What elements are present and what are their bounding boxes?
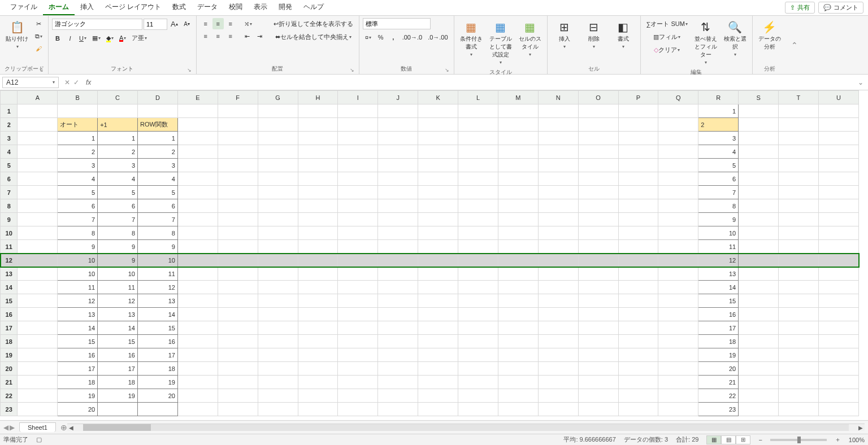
cell[interactable]	[177, 172, 218, 186]
cell[interactable]	[418, 132, 458, 145]
cell[interactable]	[298, 389, 338, 403]
cell[interactable]	[177, 254, 218, 267]
column-header-E[interactable]: E	[177, 91, 218, 104]
cell[interactable]	[138, 104, 178, 118]
cell[interactable]	[818, 308, 858, 321]
cell[interactable]	[338, 294, 378, 308]
cell[interactable]: 9	[58, 240, 98, 254]
cell[interactable]	[739, 199, 779, 213]
cell[interactable]	[498, 348, 538, 362]
shrink-font-button[interactable]: A▾	[181, 19, 193, 30]
cell[interactable]	[818, 213, 858, 226]
cell[interactable]	[218, 186, 258, 199]
cell[interactable]	[618, 335, 658, 348]
cell[interactable]	[338, 240, 378, 254]
cancel-icon[interactable]: ✕	[64, 78, 70, 86]
cell[interactable]	[458, 186, 498, 199]
cell[interactable]: 14	[698, 281, 739, 294]
cell[interactable]	[618, 376, 658, 389]
cell[interactable]	[739, 281, 779, 294]
cell[interactable]	[618, 294, 658, 308]
launcher-icon[interactable]: ↘	[39, 67, 44, 73]
cell[interactable]	[458, 172, 498, 186]
cell[interactable]	[578, 335, 618, 348]
cell[interactable]: 10	[58, 254, 98, 267]
cell[interactable]	[458, 389, 498, 403]
cell[interactable]: 15	[58, 335, 98, 348]
cell[interactable]	[618, 321, 658, 335]
cell[interactable]	[338, 362, 378, 376]
cell[interactable]	[258, 240, 298, 254]
increase-decimal-button[interactable]: .00→.0	[400, 32, 424, 43]
cell[interactable]	[779, 348, 819, 362]
cell[interactable]	[298, 308, 338, 321]
cell[interactable]	[378, 281, 418, 294]
cell[interactable]	[177, 104, 218, 118]
cell[interactable]	[658, 104, 698, 118]
column-header-D[interactable]: D	[138, 91, 178, 104]
cell[interactable]	[739, 362, 779, 376]
cell[interactable]	[378, 335, 418, 348]
cell[interactable]	[779, 240, 819, 254]
cell[interactable]	[18, 186, 58, 199]
cell[interactable]: 12	[698, 254, 739, 267]
copy-button[interactable]: ⧉▾	[33, 30, 45, 42]
cell[interactable]	[498, 267, 538, 281]
cell[interactable]	[618, 172, 658, 186]
cell[interactable]	[18, 118, 58, 132]
cell[interactable]: 4	[698, 145, 739, 159]
cell[interactable]	[298, 118, 338, 132]
column-header-H[interactable]: H	[298, 91, 338, 104]
cell[interactable]	[338, 376, 378, 389]
cell[interactable]	[618, 226, 658, 240]
page-layout-view-button[interactable]: ▤	[721, 435, 736, 444]
cell[interactable]	[298, 403, 338, 416]
row-header[interactable]: 10	[1, 226, 18, 240]
cell[interactable]: 11	[138, 267, 178, 281]
cell[interactable]	[739, 335, 779, 348]
cell[interactable]	[338, 226, 378, 240]
launcher-icon[interactable]: ↘	[187, 67, 192, 73]
cell[interactable]	[498, 104, 538, 118]
cell[interactable]	[378, 132, 418, 145]
cell[interactable]	[498, 403, 538, 416]
cell[interactable]	[18, 294, 58, 308]
cell[interactable]	[818, 403, 858, 416]
row-header[interactable]: 21	[1, 376, 18, 389]
column-header-L[interactable]: L	[458, 91, 498, 104]
cell[interactable]	[818, 376, 858, 389]
cell[interactable]: 20	[58, 403, 98, 416]
fx-icon[interactable]: fx	[83, 78, 94, 86]
cell[interactable]: 15	[138, 321, 178, 335]
cell[interactable]	[258, 281, 298, 294]
cell[interactable]	[218, 267, 258, 281]
cell[interactable]	[418, 281, 458, 294]
cell[interactable]: 13	[58, 308, 98, 321]
cell[interactable]	[779, 294, 819, 308]
cell[interactable]	[498, 132, 538, 145]
cell[interactable]	[177, 159, 218, 172]
cell[interactable]: 10	[138, 254, 178, 267]
cell[interactable]: 9	[138, 240, 178, 254]
cell[interactable]	[618, 186, 658, 199]
tab-ファイル[interactable]: ファイル	[5, 0, 43, 15]
launcher-icon[interactable]: ↘	[445, 67, 449, 73]
cell[interactable]	[258, 118, 298, 132]
cell[interactable]	[18, 348, 58, 362]
cell[interactable]	[298, 294, 338, 308]
cell[interactable]	[298, 321, 338, 335]
cell[interactable]	[258, 254, 298, 267]
cell[interactable]: 11	[698, 240, 739, 254]
cell[interactable]	[298, 362, 338, 376]
cell[interactable]: 7	[138, 213, 178, 226]
cell[interactable]	[498, 172, 538, 186]
row-header[interactable]: 2	[1, 118, 18, 132]
tab-ヘルプ[interactable]: ヘルプ	[298, 0, 329, 15]
cell[interactable]	[739, 213, 779, 226]
cell[interactable]	[418, 308, 458, 321]
cell[interactable]	[658, 308, 698, 321]
cell[interactable]	[258, 267, 298, 281]
cell[interactable]: 6	[138, 199, 178, 213]
column-header-K[interactable]: K	[418, 91, 458, 104]
scroll-right-button[interactable]: ▶	[857, 425, 865, 431]
